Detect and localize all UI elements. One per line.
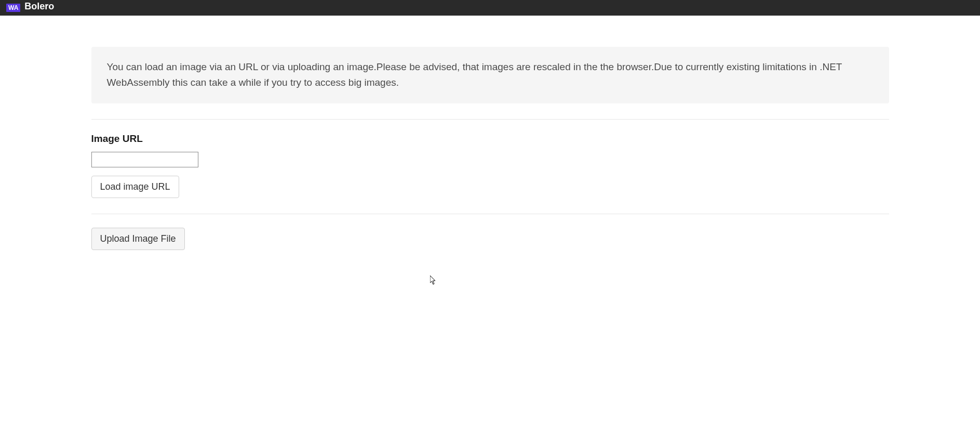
image-url-input[interactable] (91, 152, 198, 167)
info-text: You can load an image via an URL or via … (107, 61, 842, 88)
app-title: Bolero (24, 2, 54, 11)
divider-2 (91, 214, 889, 214)
upload-section: Upload Image File (91, 228, 889, 250)
wa-badge: WA (6, 4, 20, 12)
load-image-url-button[interactable]: Load image URL (91, 176, 179, 198)
info-box: You can load an image via an URL or via … (91, 47, 889, 103)
image-url-label: Image URL (91, 133, 889, 145)
upload-image-file-button[interactable]: Upload Image File (91, 228, 185, 250)
url-section: Image URL Load image URL (91, 133, 889, 198)
divider-1 (91, 119, 889, 120)
topbar: WA Bolero (0, 0, 980, 16)
main-container: You can load an image via an URL or via … (38, 16, 942, 250)
